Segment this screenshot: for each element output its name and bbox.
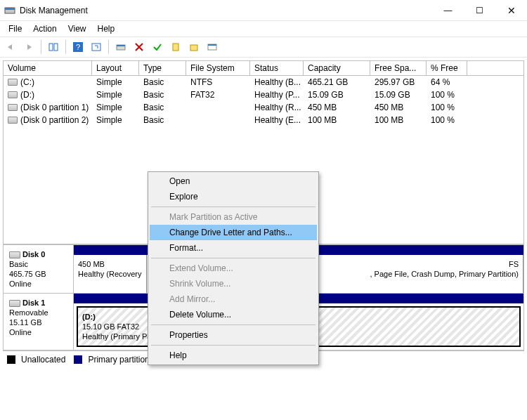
- ctx-format[interactable]: Format...: [150, 240, 317, 256]
- menu-view[interactable]: View: [63, 22, 92, 35]
- volume-row[interactable]: (D:) Simple Basic FAT32 Healthy (P... 15…: [4, 88, 523, 101]
- disk-label: Disk 0: [22, 250, 45, 258]
- menu-action[interactable]: Action: [27, 22, 62, 35]
- maximize-button[interactable]: ☐: [464, 0, 495, 20]
- settings-icon[interactable]: [113, 39, 129, 55]
- ctx-delete-volume[interactable]: Delete Volume...: [150, 307, 317, 322]
- col-layout[interactable]: Layout: [92, 61, 139, 75]
- checkmark-icon[interactable]: [150, 39, 165, 55]
- svg-text:?: ?: [76, 43, 80, 51]
- col-filesystem[interactable]: File System: [186, 61, 250, 75]
- forward-button[interactable]: [21, 39, 37, 55]
- ctx-add-mirror: Add Mirror...: [150, 291, 317, 307]
- properties-icon[interactable]: [204, 39, 220, 55]
- col-pctfree[interactable]: % Free: [427, 61, 467, 75]
- volume-name: (Disk 0 partition 1): [20, 103, 89, 112]
- disk-icon: [9, 300, 20, 307]
- titlebar: Disk Management — ☐ ✕: [0, 0, 527, 21]
- volume-icon: [8, 79, 18, 86]
- ctx-mark-active: Mark Partition as Active: [150, 209, 317, 225]
- svg-rect-1: [5, 8, 15, 10]
- volume-list-header: Volume Layout Type File System Status Ca…: [3, 60, 524, 76]
- menu-file[interactable]: File: [3, 22, 27, 35]
- volume-name: (Disk 0 partition 2): [20, 115, 89, 125]
- ctx-explore[interactable]: Explore: [150, 189, 317, 204]
- svg-rect-8: [117, 45, 125, 46]
- col-type[interactable]: Type: [139, 61, 186, 75]
- new-icon[interactable]: [168, 39, 183, 55]
- ctx-change-drive-letter[interactable]: Change Drive Letter and Paths...: [150, 225, 317, 240]
- svg-rect-10: [190, 45, 197, 51]
- col-capacity[interactable]: Capacity: [304, 61, 370, 75]
- help-icon[interactable]: ?: [70, 39, 86, 55]
- menubar: File Action View Help: [0, 21, 527, 37]
- svg-rect-12: [208, 44, 216, 46]
- toolbar: ?: [0, 37, 527, 58]
- ctx-open[interactable]: Open: [150, 173, 317, 189]
- svg-rect-3: [54, 44, 58, 51]
- volume-icon: [8, 117, 18, 124]
- partition[interactable]: 450 MB Healthy (Recovery: [74, 255, 147, 293]
- ctx-properties[interactable]: Properties: [150, 327, 317, 343]
- ctx-help[interactable]: Help: [150, 348, 317, 363]
- window-title: Disk Management: [20, 6, 432, 15]
- volume-name: (D:): [20, 90, 34, 100]
- volume-row[interactable]: (C:) Simple Basic NTFS Healthy (B... 465…: [4, 76, 523, 88]
- col-volume[interactable]: Volume: [4, 61, 92, 75]
- open-icon[interactable]: [186, 39, 202, 55]
- legend-label: Unallocated: [21, 355, 65, 365]
- volume-row[interactable]: (Disk 0 partition 2) Simple Basic Health…: [4, 114, 523, 126]
- legend-swatch-primary: [74, 355, 82, 364]
- col-free[interactable]: Free Spa...: [370, 61, 427, 75]
- menu-help[interactable]: Help: [92, 22, 121, 35]
- context-menu: Open Explore Mark Partition as Active Ch…: [148, 171, 319, 365]
- volume-icon: [8, 91, 18, 98]
- back-button[interactable]: [3, 39, 18, 55]
- delete-icon[interactable]: [131, 39, 147, 55]
- volume-row[interactable]: (Disk 0 partition 1) Simple Basic Health…: [4, 101, 523, 114]
- close-button[interactable]: ✕: [495, 0, 527, 20]
- volume-name: (C:): [20, 77, 34, 87]
- svg-rect-2: [49, 44, 53, 51]
- legend-label: Primary partition: [88, 355, 149, 365]
- refresh-icon[interactable]: [89, 39, 104, 55]
- app-icon: [4, 5, 15, 16]
- col-status[interactable]: Status: [250, 61, 304, 75]
- ctx-extend-volume: Extend Volume...: [150, 261, 317, 276]
- show-hide-button[interactable]: [46, 39, 61, 55]
- svg-rect-6: [92, 44, 100, 51]
- legend-swatch-unallocated: [7, 355, 15, 364]
- svg-rect-9: [173, 44, 178, 51]
- disk-icon: [9, 251, 20, 258]
- volume-icon: [8, 104, 18, 111]
- disk-info[interactable]: Disk 0 Basic 465.75 GB Online: [4, 245, 74, 293]
- disk-label: Disk 1: [22, 298, 45, 307]
- ctx-shrink-volume: Shrink Volume...: [150, 276, 317, 291]
- disk-info[interactable]: Disk 1 Removable 15.11 GB Online: [4, 294, 74, 350]
- minimize-button[interactable]: —: [432, 0, 464, 20]
